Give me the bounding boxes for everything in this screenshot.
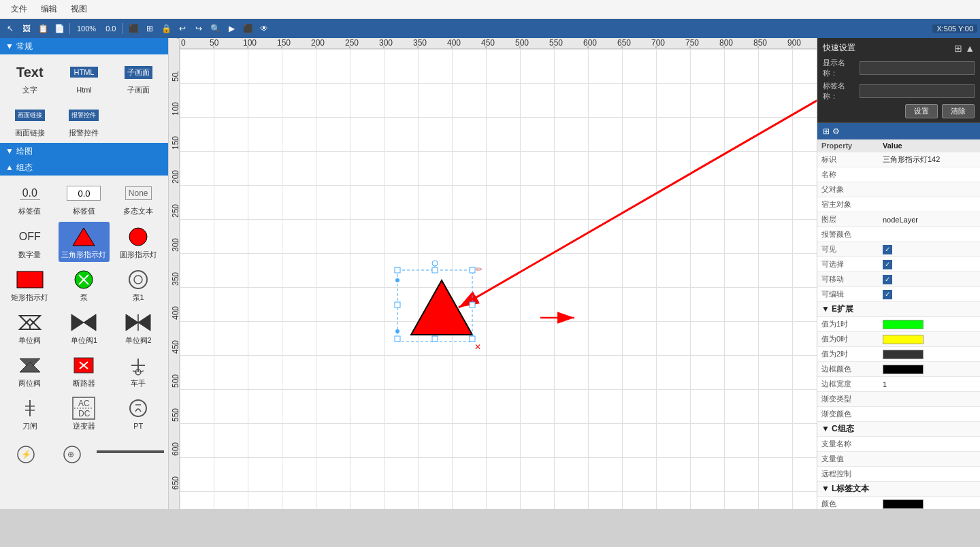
svg-marker-13 xyxy=(126,314,138,331)
handle-tl xyxy=(395,267,400,273)
toolbar-zoom-in-btn[interactable]: 🔍 xyxy=(208,21,223,36)
handle-bl xyxy=(395,336,400,342)
component-pump[interactable]: 泵 xyxy=(59,265,110,305)
qs-tag-name-input[interactable] xyxy=(860,84,975,98)
app-container: 文件 编辑 视图 ↖ 🖼 📋 📄 100% 0.0 ⬛ ⊞ 🔒 ↩ ↪ 🔍 ▶ … xyxy=(0,0,980,509)
component-breaker-icon xyxy=(63,353,104,378)
svg-rect-2 xyxy=(17,271,43,288)
component-labelval[interactable]: 0.0 标签值 xyxy=(4,178,56,218)
component-multitext[interactable]: None 多态文本 xyxy=(112,178,164,218)
prop-value-border-color[interactable] xyxy=(879,362,980,377)
props-icon2: ⚙ xyxy=(832,127,840,136)
section-normal-label: 常规 xyxy=(16,41,33,52)
handle-tc xyxy=(432,267,438,273)
toolbar-undo-btn[interactable]: ↩ xyxy=(175,21,190,36)
component-handle-label: 车手 xyxy=(131,379,146,388)
toolbar-redo-btn[interactable]: ↪ xyxy=(191,21,206,36)
svg-text:700: 700 xyxy=(651,38,665,48)
color-font[interactable] xyxy=(883,499,924,509)
component-valve1[interactable]: 单位阀 xyxy=(4,308,56,348)
prop-value-editable[interactable]: ✓ xyxy=(879,287,980,302)
component-switch[interactable]: 刀闸 xyxy=(4,393,56,433)
props-col-value: Value xyxy=(879,139,980,152)
component-inverter-label: 逆变器 xyxy=(73,422,95,431)
qs-pin-btn[interactable]: ⊞ xyxy=(954,43,962,54)
prop-value-font-color[interactable] xyxy=(879,497,980,510)
qs-collapse-btn[interactable]: ▲ xyxy=(965,43,975,54)
color-val0[interactable] xyxy=(883,335,924,344)
component-digital[interactable]: OFF 数字量 xyxy=(4,222,56,262)
prop-value-val1[interactable] xyxy=(879,317,980,332)
prop-section-c[interactable]: ▼ C组态 xyxy=(817,422,980,437)
qs-clear-btn[interactable]: 清除 xyxy=(942,104,975,118)
svg-text:900: 900 xyxy=(787,38,801,48)
component-valve2[interactable]: 单位阀1 xyxy=(59,308,110,348)
canvas-area[interactable]: 0 50 100 150 200 250 300 xyxy=(169,38,817,509)
component-triangle[interactable]: 三角形指示灯 xyxy=(59,222,110,262)
color-val1[interactable] xyxy=(883,320,924,329)
prop-value-movable[interactable]: ✓ xyxy=(879,272,980,287)
movable-checkbox[interactable]: ✓ xyxy=(883,275,892,284)
toolbar-align-btn[interactable]: ⬛ xyxy=(126,21,141,36)
qs-tag-name-label: 标签名称： xyxy=(823,81,857,101)
visible-checkbox[interactable]: ✓ xyxy=(883,245,892,254)
section-draw[interactable]: ▼ 绘图 xyxy=(0,143,168,159)
prop-section-e[interactable]: ▼ E扩展 xyxy=(817,302,980,317)
svg-text:400: 400 xyxy=(447,38,461,48)
section-normal-arrow: ▼ xyxy=(5,42,14,51)
editable-checkbox[interactable]: ✓ xyxy=(883,290,892,299)
component-subpage[interactable]: 子画面 子画面 xyxy=(112,57,164,97)
component-rect-indicator[interactable]: 矩形指示灯 xyxy=(4,265,56,305)
toolbar-select-btn[interactable]: ↖ xyxy=(3,21,18,36)
toolbar-paste-btn[interactable]: 📄 xyxy=(52,21,67,36)
toolbar-preview-btn[interactable]: 👁 xyxy=(257,21,272,36)
section-l-label: L标签文本 xyxy=(832,484,869,493)
prop-value-selectable[interactable]: ✓ xyxy=(879,257,980,272)
component-inverter[interactable]: AC DC 逆变器 xyxy=(59,393,110,433)
prop-section-l[interactable]: ▼ L标签文本 xyxy=(817,482,980,497)
component-valve4[interactable]: 两位阀 xyxy=(4,350,56,391)
selectable-checkbox[interactable]: ✓ xyxy=(883,260,892,269)
component-extra1[interactable]: ⚡ xyxy=(4,440,48,471)
toolbar-play-btn[interactable]: ▶ xyxy=(224,21,239,36)
prop-row-font-color: 颜色 xyxy=(817,497,980,510)
color-border[interactable] xyxy=(883,365,924,374)
component-alarm[interactable]: 报警控件 报警控件 xyxy=(59,100,110,140)
component-handle[interactable]: 车手 xyxy=(112,350,164,391)
component-valve3[interactable]: 单位阀2 xyxy=(112,308,164,348)
component-extra2[interactable]: ⊕ xyxy=(50,440,94,471)
prop-value-visible[interactable]: ✓ xyxy=(879,242,980,257)
section-component[interactable]: ▲ 组态 xyxy=(0,159,168,176)
section-normal[interactable]: ▼ 常规 xyxy=(0,38,168,54)
svg-text:350: 350 xyxy=(171,272,180,286)
prop-value-val0[interactable] xyxy=(879,332,980,347)
toolbar-stop-btn[interactable]: ⬛ xyxy=(240,21,255,36)
qs-set-btn[interactable]: 设置 xyxy=(905,104,938,118)
menu-edit[interactable]: 编辑 xyxy=(35,2,63,16)
toolbar-grid-btn[interactable]: ⊞ xyxy=(142,21,157,36)
prop-row-host: 宿主对象 xyxy=(817,197,980,212)
color-val2[interactable] xyxy=(883,350,924,359)
qs-display-name-input[interactable] xyxy=(860,61,975,75)
component-triangle-label: 三角形指示灯 xyxy=(61,250,106,259)
menu-file[interactable]: 文件 xyxy=(5,2,33,16)
component-screenlink[interactable]: 画面链接 画面链接 xyxy=(4,100,56,140)
component-pump1[interactable]: 泵1 xyxy=(112,265,164,305)
menu-view[interactable]: 视图 xyxy=(65,2,93,16)
toolbar-copy-btn[interactable]: 📋 xyxy=(35,21,50,36)
prop-row-border-color: 边框颜色 xyxy=(817,362,980,377)
component-pt[interactable]: PT xyxy=(112,393,164,433)
prop-value-val2[interactable] xyxy=(879,347,980,362)
component-text[interactable]: Text 文字 xyxy=(4,57,56,97)
quick-settings-panel: 快速设置 ⊞ ▲ 显示名称： 标签名称： 设置 清除 xyxy=(817,38,980,123)
canvas-grid[interactable]: ✏ ✕ xyxy=(180,49,817,509)
component-circle-indicator[interactable]: 圆形指示灯 xyxy=(112,222,164,262)
toolbar-image-btn[interactable]: 🖼 xyxy=(19,21,34,36)
prop-label-border-color: 边框颜色 xyxy=(817,362,879,377)
component-labelval2[interactable]: 0.0 标签值 xyxy=(59,178,110,218)
connector-left-bottom xyxy=(395,329,399,333)
component-html[interactable]: HTML Html xyxy=(59,57,110,97)
svg-text:550: 550 xyxy=(171,408,180,422)
toolbar-lock-btn[interactable]: 🔒 xyxy=(159,21,174,36)
component-breaker[interactable]: 断路器 xyxy=(59,350,110,391)
